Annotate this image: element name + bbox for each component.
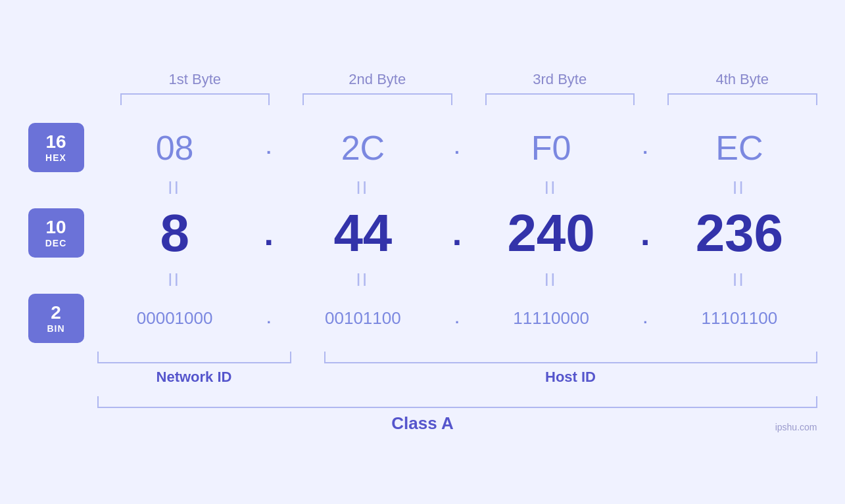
dec-badge: 10 DEC bbox=[28, 208, 84, 258]
byte-headers-row: 1st Byte 2nd Byte 3rd Byte 4th Byte bbox=[120, 71, 817, 88]
byte-header-3: 3rd Byte bbox=[485, 71, 635, 88]
byte-header-4: 4th Byte bbox=[667, 71, 817, 88]
top-bracket-2 bbox=[302, 93, 452, 105]
hex-dot-2: . bbox=[441, 137, 473, 158]
eq-4: || bbox=[662, 177, 817, 197]
eq-2: || bbox=[285, 177, 441, 197]
bin-val-3: 11110000 bbox=[473, 308, 629, 329]
ip-visualizer: 1st Byte 2nd Byte 3rd Byte 4th Byte 16 H… bbox=[28, 71, 817, 434]
bin-base-number: 2 bbox=[51, 303, 61, 323]
hex-badge: 16 HEX bbox=[28, 123, 84, 172]
top-bracket-4 bbox=[667, 93, 817, 105]
dec-base-label: DEC bbox=[45, 238, 67, 248]
hex-dot-1: . bbox=[253, 137, 285, 158]
hex-base-label: HEX bbox=[45, 152, 66, 163]
class-label: Class A bbox=[28, 413, 817, 434]
dec-row: 10 DEC 8 . 44 . 240 . 236 bbox=[28, 197, 817, 269]
hex-values: 08 . 2C . F0 . EC bbox=[97, 128, 817, 168]
hex-val-4: EC bbox=[662, 128, 817, 168]
bin-values: 00001000 . 00101100 . 11110000 . 1110110… bbox=[97, 308, 817, 329]
dec-values: 8 . 44 . 240 . 236 bbox=[97, 203, 817, 263]
byte-header-1: 1st Byte bbox=[120, 71, 270, 88]
dec-dot-3: . bbox=[629, 214, 662, 253]
id-labels-row: Network ID Host ID bbox=[97, 369, 817, 386]
network-bracket bbox=[97, 352, 291, 363]
dec-dot-1: . bbox=[253, 214, 285, 253]
hex-row: 16 HEX 08 . 2C . F0 . EC bbox=[28, 118, 817, 177]
bottom-brackets bbox=[97, 352, 817, 363]
top-brackets bbox=[120, 93, 817, 105]
bin-dot-2: . bbox=[441, 310, 473, 327]
dec-dot-2: . bbox=[441, 214, 473, 253]
bin-val-1: 00001000 bbox=[97, 308, 253, 329]
watermark: ipshu.com bbox=[775, 422, 817, 432]
host-bracket bbox=[324, 352, 817, 363]
network-id-label: Network ID bbox=[97, 369, 291, 386]
byte-header-2: 2nd Byte bbox=[302, 71, 452, 88]
class-bracket bbox=[97, 396, 817, 408]
eq-1: || bbox=[97, 177, 253, 197]
bin-val-2: 00101100 bbox=[285, 308, 441, 329]
dec-val-4: 236 bbox=[662, 203, 817, 263]
hex-val-1: 08 bbox=[97, 128, 253, 168]
dec-val-2: 44 bbox=[285, 203, 441, 263]
eq-3: || bbox=[473, 177, 629, 197]
bin-dot-1: . bbox=[253, 310, 285, 327]
dec-val-3: 240 bbox=[473, 203, 629, 263]
eq-row-1: || || || || bbox=[97, 177, 817, 197]
dec-val-1: 8 bbox=[97, 203, 253, 263]
eq-7: || bbox=[473, 269, 629, 289]
hex-val-2: 2C bbox=[285, 128, 441, 168]
host-id-label: Host ID bbox=[324, 369, 817, 386]
hex-base-number: 16 bbox=[45, 132, 66, 152]
top-bracket-1 bbox=[120, 93, 270, 105]
bin-val-4: 11101100 bbox=[662, 308, 817, 329]
bin-dot-3: . bbox=[629, 310, 662, 327]
bin-base-label: BIN bbox=[47, 323, 64, 334]
top-bracket-3 bbox=[485, 93, 635, 105]
hex-val-3: F0 bbox=[473, 128, 629, 168]
bin-row: 2 BIN 00001000 . 00101100 . 11110000 . 1… bbox=[28, 289, 817, 348]
eq-6: || bbox=[285, 269, 441, 289]
bin-badge: 2 BIN bbox=[28, 294, 84, 343]
eq-row-2: || || || || bbox=[97, 269, 817, 289]
dec-base-number: 10 bbox=[45, 218, 66, 238]
eq-8: || bbox=[662, 269, 817, 289]
eq-5: || bbox=[97, 269, 253, 289]
hex-dot-3: . bbox=[629, 137, 662, 158]
